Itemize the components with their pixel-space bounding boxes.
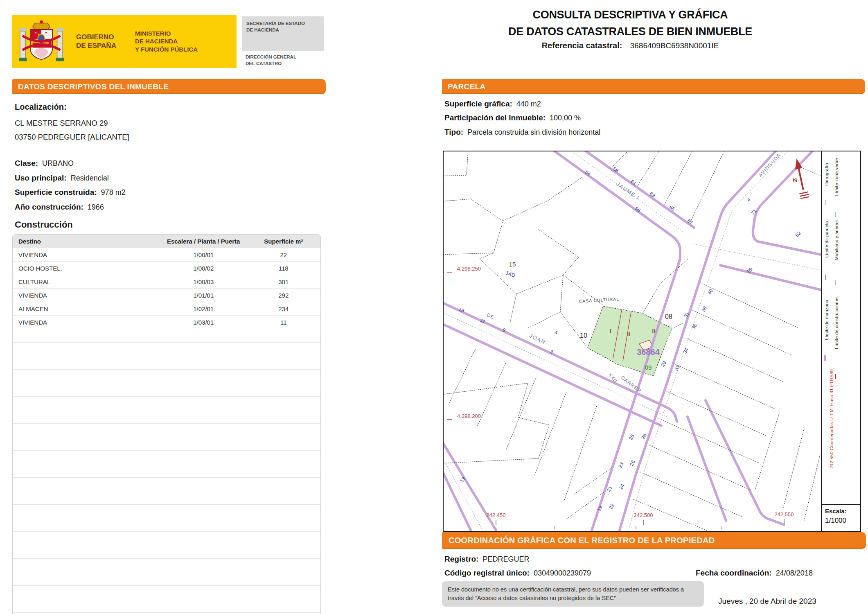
superficie-construida-row: Superficie construida:978 m2	[15, 188, 126, 197]
cadastral-map-svg: N JAUME IAVINGUDAJOANDEXXIICARRERCASA CU…	[444, 151, 821, 531]
svg-text:XXII: XXII	[607, 372, 618, 384]
gobierno-label: GOBIERNO DE ESPAÑA	[76, 33, 125, 50]
legend-swatch	[825, 275, 826, 280]
svg-text:25: 25	[628, 433, 636, 441]
table-row	[13, 343, 320, 356]
registro-row: Registro:PEDREGUER	[444, 555, 529, 564]
participacion-value: 100,00 %	[550, 114, 581, 122]
table-row	[13, 451, 320, 464]
legend-swatch	[835, 374, 836, 379]
table-row: VIVIENDA1/03/0111	[13, 316, 320, 329]
construction-table-body: VIVIENDA1/00/0122OCIO HOSTEL.1/00/02118C…	[13, 248, 320, 614]
svg-text:58: 58	[612, 166, 620, 174]
codigo-registral-row: Código registral único:03049000239079	[444, 569, 591, 578]
map-legend: Límite de manzanaLímite de construccione…	[821, 151, 861, 506]
svg-text:DE: DE	[486, 312, 495, 320]
svg-text:29: 29	[660, 360, 667, 368]
svg-text:N: N	[792, 176, 798, 184]
legend-utm-note: 242.550 Coordenadas U.T.M. Huso 31 ETRS8…	[829, 369, 834, 469]
svg-text:II: II	[627, 331, 630, 337]
legend-item: Hidrografía	[824, 163, 829, 187]
svg-text:4.298.250: 4.298.250	[457, 266, 481, 272]
green-parcel	[588, 306, 672, 376]
table-row	[13, 532, 320, 545]
section-header-parcela: PARCELA	[442, 79, 865, 94]
col-header-escalera: Escalera / Planta / Puerta	[160, 235, 247, 248]
superficie-grafica-row: Superficie gráfica:440 m2	[444, 99, 541, 108]
svg-text:26: 26	[629, 459, 636, 467]
uso-value: Residencial	[71, 174, 109, 183]
svg-text:CASA CULTURAL: CASA CULTURAL	[579, 296, 619, 303]
document-title: CONSULTA DESCRIPTIVA Y GRÁFICA DE DATOS …	[450, 7, 810, 40]
address-line-1: CL MESTRE SERRANO 29	[15, 119, 108, 128]
svg-text:I: I	[610, 328, 611, 334]
table-row	[13, 599, 320, 613]
clase-row: Clase:URBANO	[15, 159, 74, 168]
table-row	[13, 383, 320, 397]
table-row	[13, 437, 320, 451]
svg-text:36864: 36864	[637, 348, 660, 357]
table-row	[13, 370, 320, 383]
construccion-heading: Construcción	[15, 219, 73, 230]
svg-text:38: 38	[700, 305, 708, 313]
secretaria-box: SECRETARÍA DE ESTADO DE HACIENDA	[242, 16, 324, 51]
table-row: CULTURAL1/00/03301	[13, 275, 320, 289]
government-logo-band: GOBIERNO DE ESPAÑA MINISTERIO DE HACIEND…	[12, 15, 237, 68]
svg-text:4: 4	[554, 330, 559, 336]
localizacion-label: Localización:	[15, 102, 67, 112]
svg-text:40: 40	[706, 288, 714, 296]
uso-principal-row: Uso principal:Residencial	[15, 174, 109, 183]
address-line-2: 03750 PEDREGUER [ALICANTE]	[15, 133, 129, 142]
table-row	[13, 424, 320, 437]
svg-text:242.450: 242.450	[487, 512, 506, 518]
table-row	[13, 572, 320, 586]
section-header-datos-descriptivos: DATOS DESCRIPTIVOS DEL INMUEBLE	[12, 79, 326, 94]
svg-text:II: II	[652, 328, 655, 334]
svg-text:09: 09	[645, 364, 652, 371]
cadastral-reference-value: 3686409BC6938N0001IE	[630, 41, 719, 50]
svg-text:4: 4	[746, 197, 752, 203]
disclaimer-box: Este documento no es una certificación c…	[442, 581, 704, 607]
participacion-row: Participación del inmueble:100,00 %	[444, 113, 581, 122]
ano-construccion-row: Año construcción:1966	[15, 203, 104, 212]
svg-text:15: 15	[509, 261, 516, 268]
svg-text:24: 24	[618, 483, 626, 491]
cadastral-map: N JAUME IAVINGUDAJOANDEXXIICARRERCASA CU…	[443, 151, 822, 532]
spain-coat-of-arms-icon	[17, 18, 65, 64]
table-row	[13, 397, 320, 410]
legend-swatch	[835, 212, 836, 217]
north-arrow-icon: N	[789, 158, 809, 199]
table-row	[13, 518, 320, 532]
svg-text:62: 62	[794, 230, 802, 238]
svg-text:08: 08	[665, 313, 672, 320]
col-header-destino: Destino	[13, 235, 160, 248]
tipo-row: Tipo:Parcela construida sin división hor…	[444, 128, 600, 137]
svg-text:242.500: 242.500	[634, 512, 653, 518]
svg-text:242.550: 242.550	[775, 511, 794, 517]
cadastral-reference-label: Referencia catastral:	[542, 41, 622, 50]
table-row	[13, 505, 320, 518]
svg-text:33: 33	[673, 364, 681, 372]
fecha-coordinacion-row: Fecha coordinación:24/08/2018	[696, 569, 813, 578]
table-row	[13, 356, 320, 370]
table-row	[13, 329, 320, 343]
table-row	[13, 545, 320, 559]
legend-item: Límite zona verde	[834, 158, 839, 196]
table-row: VIVIENDA1/00/0122	[13, 248, 320, 262]
svg-text:4.298.200: 4.298.200	[457, 413, 481, 419]
ano-value: 1966	[88, 203, 104, 212]
table-row	[13, 491, 320, 505]
table-row	[13, 464, 320, 478]
superficie-value: 978 m2	[101, 188, 126, 197]
svg-text:34: 34	[682, 347, 690, 354]
construction-table: Destino Escalera / Planta / Puerta Super…	[12, 234, 321, 614]
table-row: OCIO HOSTEL.1/00/02118	[13, 262, 320, 275]
legend-item: Límite de manzana	[824, 300, 829, 340]
direccion-general-label: DIRECCIÓN GENERAL DEL CATASTRO	[246, 54, 323, 67]
table-row	[13, 586, 320, 599]
svg-text:22: 22	[608, 503, 615, 510]
table-row	[13, 559, 320, 572]
fecha-coordinacion-value: 24/08/2018	[776, 569, 813, 578]
legend-item: Mobiliario y aceras	[834, 220, 839, 260]
svg-text:67: 67	[686, 218, 694, 226]
